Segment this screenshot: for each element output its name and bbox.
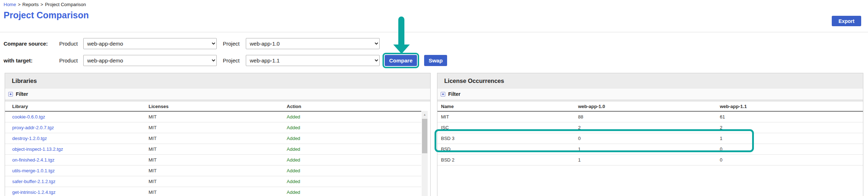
annotation-highlight-ring: Compare: [383, 53, 419, 68]
column-header-licenses: Licenses: [145, 102, 283, 111]
breadcrumb-home-link[interactable]: Home: [4, 2, 16, 7]
licenses-cell: MIT: [145, 155, 283, 165]
breadcrumb-reports: Reports: [22, 2, 39, 7]
library-cell: proxy-addr-2.0.7.tgz: [5, 122, 145, 133]
action-cell: Added: [283, 187, 421, 196]
scrollbar-up-icon[interactable]: ▲: [422, 111, 428, 118]
library-link[interactable]: object-inspect-1.13.2.tgz: [12, 146, 63, 152]
action-cell: Added: [283, 155, 421, 165]
expand-plus-icon: +: [441, 92, 445, 97]
library-link[interactable]: on-finished-2.4.1.tgz: [12, 157, 55, 163]
table-row: BSD 3 0 1: [437, 133, 863, 144]
web-app-1-1-count-cell: 2: [716, 122, 863, 133]
licenses-cell: MIT: [145, 133, 283, 144]
library-link[interactable]: get-intrinsic-1.2.4.tgz: [12, 190, 56, 195]
compare-source-label: Compare source:: [4, 38, 48, 49]
libraries-filter-toggle[interactable]: + Filter: [5, 89, 430, 99]
library-link[interactable]: safer-buffer-2.1.2.tgz: [12, 179, 55, 184]
product-label: Product: [59, 55, 78, 66]
annotation-arrow-icon: [398, 17, 404, 47]
library-link[interactable]: proxy-addr-2.0.7.tgz: [12, 125, 54, 130]
licenses-cell: MIT: [145, 176, 283, 187]
export-button[interactable]: Export: [832, 16, 861, 26]
licenses-cell: MIT: [145, 122, 283, 133]
library-cell: safer-buffer-2.1.2.tgz: [5, 176, 145, 187]
column-header-web-app-1-1: web-app-1.1: [716, 102, 863, 111]
target-product-select[interactable]: web-app-demo: [83, 55, 217, 66]
product-label: Product: [59, 38, 78, 49]
target-project-select[interactable]: web-app-1.1: [246, 55, 380, 66]
project-label: Project: [223, 55, 240, 66]
with-target-label: with target:: [4, 55, 33, 66]
compare-button[interactable]: Compare: [385, 55, 417, 66]
license-filter-toggle[interactable]: + Filter: [437, 89, 863, 99]
web-app-1-1-count-cell: 1: [716, 133, 863, 144]
library-cell: utils-merge-1.0.1.tgz: [5, 165, 145, 176]
table-row: ISC 2 2: [437, 122, 863, 133]
table-row: on-finished-2.4.1.tgz MIT Added: [5, 155, 421, 165]
action-cell: Added: [283, 122, 421, 133]
table-row: destroy-1.2.0.tgz MIT Added: [5, 133, 421, 144]
table-row: cookie-0.6.0.tgz MIT Added: [5, 111, 421, 122]
libraries-table-header: Library Licenses Action: [5, 102, 421, 111]
source-project-select[interactable]: web-app-1.0: [246, 38, 380, 49]
action-cell: Added: [283, 133, 421, 144]
breadcrumb-separator: >: [18, 2, 21, 7]
table-row: BSD 2 1 0: [437, 155, 863, 165]
license-name-cell: BSD 3: [437, 133, 574, 144]
column-header-library: Library: [5, 102, 145, 111]
license-panel-title: License Occurrences: [437, 73, 863, 89]
filter-label: Filter: [16, 91, 28, 97]
licenses-cell: MIT: [145, 144, 283, 155]
page-title: Project Comparison: [4, 10, 89, 20]
table-row: MIT 88 61: [437, 111, 863, 122]
breadcrumb-separator: >: [41, 2, 43, 7]
breadcrumb: Home>Reports>Project Comparison: [4, 2, 86, 7]
web-app-1-1-count-cell: 0: [716, 144, 863, 155]
web-app-1-0-count-cell: 88: [574, 111, 716, 122]
web-app-1-1-count-cell: 0: [716, 155, 863, 165]
column-header-web-app-1-0: web-app-1.0: [574, 102, 716, 111]
scrollbar-track[interactable]: ▲: [422, 111, 428, 196]
table-row: object-inspect-1.13.2.tgz MIT Added: [5, 144, 421, 155]
table-row: safer-buffer-2.1.2.tgz MIT Added: [5, 176, 421, 187]
header-divider: [0, 32, 868, 32]
breadcrumb-current: Project Comparison: [45, 2, 86, 7]
column-header-action: Action: [283, 102, 421, 111]
libraries-table-body: cookie-0.6.0.tgz MIT Added proxy-addr-2.…: [5, 111, 421, 196]
library-link[interactable]: utils-merge-1.0.1.tgz: [12, 168, 55, 173]
library-cell: object-inspect-1.13.2.tgz: [5, 144, 145, 155]
licenses-cell: MIT: [145, 187, 283, 196]
license-name-cell: BSD: [437, 144, 574, 155]
libraries-panel: Libraries + Filter Library Licenses Acti…: [5, 73, 431, 196]
web-app-1-0-count-cell: 1: [574, 144, 716, 155]
libraries-panel-title: Libraries: [5, 73, 430, 89]
scrollbar-thumb[interactable]: [422, 119, 427, 153]
licenses-cell: MIT: [145, 165, 283, 176]
source-product-select[interactable]: web-app-demo: [83, 38, 217, 49]
license-name-cell: ISC: [437, 122, 574, 133]
action-cell: Added: [283, 144, 421, 155]
license-table-header: Name web-app-1.0 web-app-1.1: [437, 102, 863, 111]
library-cell: on-finished-2.4.1.tgz: [5, 155, 145, 165]
action-cell: Added: [283, 176, 421, 187]
table-row: proxy-addr-2.0.7.tgz MIT Added: [5, 122, 421, 133]
license-occurrences-panel: License Occurrences + Filter Name web-ap…: [437, 73, 863, 196]
action-cell: Added: [283, 165, 421, 176]
licenses-cell: MIT: [145, 111, 283, 122]
library-cell: get-intrinsic-1.2.4.tgz: [5, 187, 145, 196]
libraries-table: Library Licenses Action cookie-0.6.0.tgz…: [5, 102, 421, 196]
library-link[interactable]: cookie-0.6.0.tgz: [12, 114, 45, 120]
license-name-cell: MIT: [437, 111, 574, 122]
web-app-1-1-count-cell: 61: [716, 111, 863, 122]
table-row: utils-merge-1.0.1.tgz MIT Added: [5, 165, 421, 176]
swap-button[interactable]: Swap: [424, 55, 447, 66]
web-app-1-0-count-cell: 1: [574, 155, 716, 165]
project-label: Project: [223, 38, 240, 49]
expand-plus-icon: +: [8, 92, 13, 97]
action-cell: Added: [283, 111, 421, 122]
web-app-1-0-count-cell: 0: [574, 133, 716, 144]
table-row: BSD 1 0: [437, 144, 863, 155]
library-link[interactable]: destroy-1.2.0.tgz: [12, 136, 47, 141]
web-app-1-0-count-cell: 2: [574, 122, 716, 133]
